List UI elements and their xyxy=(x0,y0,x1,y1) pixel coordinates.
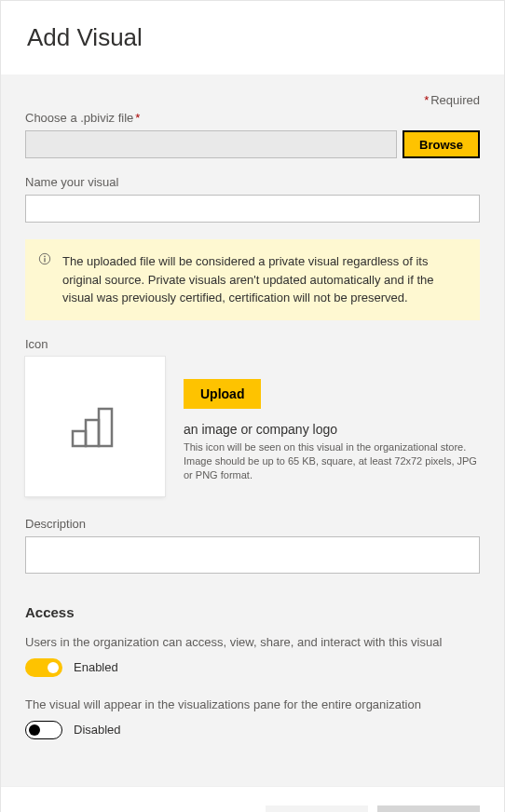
access-state-1: Enabled xyxy=(74,660,118,674)
svg-point-1 xyxy=(44,256,46,258)
browse-button[interactable]: Browse xyxy=(403,130,480,158)
access-text-1: Users in the organization can access, vi… xyxy=(25,635,480,649)
info-notice: The uploaded file will be considered a p… xyxy=(25,239,480,320)
icon-preview xyxy=(25,357,165,496)
icon-label: Icon xyxy=(25,337,480,351)
icon-description: This icon will be seen on this visual in… xyxy=(184,440,480,483)
file-label: Choose a .pbiviz file* xyxy=(25,111,480,125)
info-icon xyxy=(38,252,51,265)
page-title: Add Visual xyxy=(27,23,478,52)
description-input[interactable] xyxy=(25,536,480,574)
svg-rect-2 xyxy=(44,258,45,262)
svg-rect-5 xyxy=(99,409,112,446)
access-title: Access xyxy=(25,604,480,620)
icon-heading: an image or company logo xyxy=(184,422,480,437)
svg-rect-3 xyxy=(73,431,86,446)
upload-button[interactable]: Upload xyxy=(184,379,261,409)
file-path-input[interactable] xyxy=(25,130,397,158)
access-toggle-2[interactable] xyxy=(25,721,62,739)
cancel-button[interactable]: Cancel xyxy=(377,805,480,813)
access-state-2: Disabled xyxy=(74,723,121,737)
required-note: *Required xyxy=(25,93,480,107)
description-label: Description xyxy=(25,517,480,531)
add-button[interactable]: Add xyxy=(266,805,368,813)
chart-placeholder-icon xyxy=(71,405,119,448)
access-toggle-1[interactable] xyxy=(25,658,62,677)
svg-rect-4 xyxy=(86,420,99,446)
name-input[interactable] xyxy=(25,195,480,223)
access-text-2: The visual will appear in the visualizat… xyxy=(25,697,480,711)
name-label: Name your visual xyxy=(25,175,480,189)
